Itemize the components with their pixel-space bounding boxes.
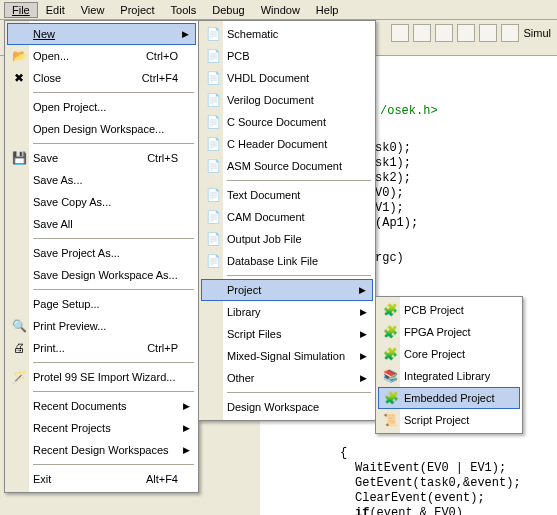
file-menu-print-preview[interactable]: 🔍 Print Preview... [7, 315, 196, 337]
new-core-project[interactable]: 🧩Core Project [378, 343, 520, 365]
menubar-view[interactable]: View [73, 2, 113, 18]
code-include: /osek.h> [380, 104, 438, 118]
code-line: V1); [375, 201, 404, 215]
file-menu-recent-projects[interactable]: Recent Projects ▶ [7, 417, 196, 439]
code-line: sk0); [375, 141, 411, 155]
menubar-tools[interactable]: Tools [163, 2, 205, 18]
file-menu: New ▶ 📂 Open... Ctrl+O ✖ Close Ctrl+F4 O… [4, 20, 199, 493]
code-line: (Ap1); [375, 216, 418, 230]
new-text[interactable]: 📄Text Document [201, 184, 373, 206]
new-design-workspace[interactable]: Design Workspace [201, 396, 373, 418]
toolbar-button-1[interactable] [391, 24, 409, 42]
code-line: ClearEvent(event); [355, 491, 485, 505]
output-job-icon: 📄 [205, 231, 221, 247]
code-line: sk1); [375, 156, 411, 170]
code-line: WaitEvent(EV0 | EV1); [355, 461, 506, 475]
file-menu-save-all[interactable]: Save All [7, 213, 196, 235]
c-source-icon: 📄 [205, 114, 221, 130]
toolbar-button-5[interactable] [479, 24, 497, 42]
file-menu-open[interactable]: 📂 Open... Ctrl+O [7, 45, 196, 67]
menubar-file[interactable]: File [4, 2, 38, 18]
new-embedded-project[interactable]: 🧩Embedded Project [378, 387, 520, 409]
new-project[interactable]: Project▶ [201, 279, 373, 301]
new-other[interactable]: Other▶ [201, 367, 373, 389]
file-menu-save-as[interactable]: Save As... [7, 169, 196, 191]
code-line: { [340, 446, 347, 460]
file-menu-new[interactable]: New ▶ [7, 23, 196, 45]
code-line: rgc) [375, 251, 404, 265]
file-menu-protel99-import[interactable]: 🪄 Protel 99 SE Import Wizard... [7, 366, 196, 388]
new-pcb-project[interactable]: 🧩PCB Project [378, 299, 520, 321]
file-menu-close[interactable]: ✖ Close Ctrl+F4 [7, 67, 196, 89]
new-c-source[interactable]: 📄C Source Document [201, 111, 373, 133]
file-menu-recent-design-workspaces[interactable]: Recent Design Workspaces ▶ [7, 439, 196, 461]
core-project-icon: 🧩 [382, 346, 398, 362]
menubar: File Edit View Project Tools Debug Windo… [0, 0, 557, 20]
new-script-files[interactable]: Script Files▶ [201, 323, 373, 345]
new-fpga-project[interactable]: 🧩FPGA Project [378, 321, 520, 343]
submenu-arrow-icon: ▶ [183, 423, 190, 433]
toolbar-button-2[interactable] [413, 24, 431, 42]
menubar-debug[interactable]: Debug [204, 2, 252, 18]
script-project-icon: 📜 [382, 412, 398, 428]
file-menu-recent-documents[interactable]: Recent Documents ▶ [7, 395, 196, 417]
import-wizard-icon: 🪄 [11, 369, 27, 385]
submenu-arrow-icon: ▶ [360, 351, 367, 361]
pcb-icon: 📄 [205, 48, 221, 64]
submenu-arrow-icon: ▶ [359, 285, 366, 295]
new-mixed-signal[interactable]: Mixed-Signal Simulation▶ [201, 345, 373, 367]
toolbar-button-4[interactable] [457, 24, 475, 42]
new-asm[interactable]: 📄ASM Source Document [201, 155, 373, 177]
file-menu-open-project[interactable]: Open Project... [7, 96, 196, 118]
file-menu-save[interactable]: 💾 Save Ctrl+S [7, 147, 196, 169]
new-integrated-library[interactable]: 📚Integrated Library [378, 365, 520, 387]
file-menu-save-copy-as[interactable]: Save Copy As... [7, 191, 196, 213]
asm-icon: 📄 [205, 158, 221, 174]
new-vhdl[interactable]: 📄VHDL Document [201, 67, 373, 89]
new-schematic[interactable]: 📄Schematic [201, 23, 373, 45]
folder-open-icon: 📂 [11, 48, 27, 64]
new-script-project[interactable]: 📜Script Project [378, 409, 520, 431]
submenu-arrow-icon: ▶ [360, 307, 367, 317]
file-menu-open-design-workspace[interactable]: Open Design Workspace... [7, 118, 196, 140]
menubar-window[interactable]: Window [253, 2, 308, 18]
toolbar-button-3[interactable] [435, 24, 453, 42]
submenu-arrow-icon: ▶ [183, 401, 190, 411]
code-line: V0); [375, 186, 404, 200]
submenu-arrow-icon: ▶ [360, 329, 367, 339]
new-pcb[interactable]: 📄PCB [201, 45, 373, 67]
code-line: GetEvent(task0,&event); [355, 476, 521, 490]
submenu-arrow-icon: ▶ [360, 373, 367, 383]
file-menu-exit[interactable]: Exit Alt+F4 [7, 468, 196, 490]
file-menu-save-design-workspace-as[interactable]: Save Design Workspace As... [7, 264, 196, 286]
save-icon: 💾 [11, 150, 27, 166]
database-link-icon: 📄 [205, 253, 221, 269]
new-database-link[interactable]: 📄Database Link File [201, 250, 373, 272]
new-submenu: 📄Schematic 📄PCB 📄VHDL Document 📄Verilog … [198, 20, 376, 421]
verilog-icon: 📄 [205, 92, 221, 108]
close-icon: ✖ [11, 70, 27, 86]
toolbar-button-6[interactable] [501, 24, 519, 42]
new-library[interactable]: Library▶ [201, 301, 373, 323]
submenu-arrow-icon: ▶ [183, 445, 190, 455]
pcb-project-icon: 🧩 [382, 302, 398, 318]
c-header-icon: 📄 [205, 136, 221, 152]
cam-icon: 📄 [205, 209, 221, 225]
new-c-header[interactable]: 📄C Header Document [201, 133, 373, 155]
new-verilog[interactable]: 📄Verilog Document [201, 89, 373, 111]
print-icon: 🖨 [11, 340, 27, 356]
menubar-project[interactable]: Project [112, 2, 162, 18]
toolbar-right: Simul [391, 24, 551, 42]
file-menu-save-project-as[interactable]: Save Project As... [7, 242, 196, 264]
menubar-help[interactable]: Help [308, 2, 347, 18]
file-menu-print[interactable]: 🖨 Print... Ctrl+P [7, 337, 196, 359]
embedded-project-icon: 🧩 [383, 390, 399, 406]
code-line: sk2); [375, 171, 411, 185]
text-doc-icon: 📄 [205, 187, 221, 203]
new-output-job[interactable]: 📄Output Job File [201, 228, 373, 250]
print-preview-icon: 🔍 [11, 318, 27, 334]
new-cam[interactable]: 📄CAM Document [201, 206, 373, 228]
schematic-icon: 📄 [205, 26, 221, 42]
menubar-edit[interactable]: Edit [38, 2, 73, 18]
file-menu-page-setup[interactable]: Page Setup... [7, 293, 196, 315]
